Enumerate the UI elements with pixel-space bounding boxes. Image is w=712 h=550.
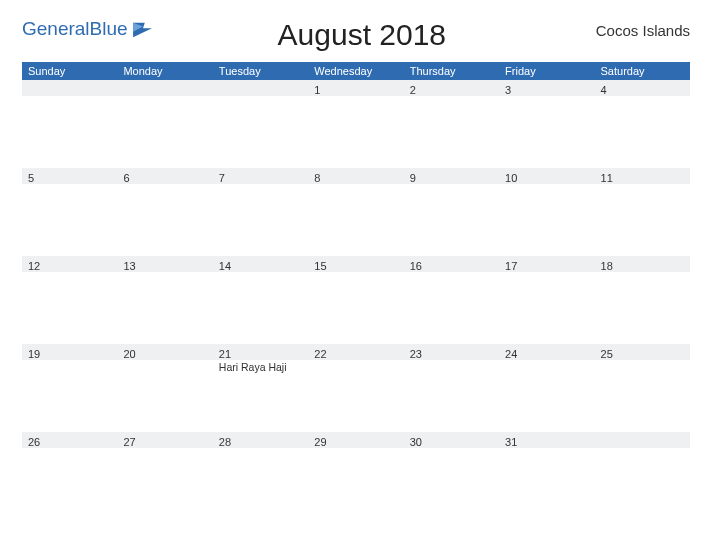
date-number: 29 <box>314 435 397 448</box>
day-cell: 21Hari Raya Haji <box>213 344 308 432</box>
day-cell <box>117 80 212 168</box>
day-cell: 9 <box>404 168 499 256</box>
region-label: Cocos Islands <box>570 18 690 39</box>
day-cell: 22 <box>308 344 403 432</box>
date-number: 10 <box>505 171 588 184</box>
header: GeneralBlue August 2018 Cocos Islands <box>22 18 690 52</box>
day-cell: 20 <box>117 344 212 432</box>
day-cell: 16 <box>404 256 499 344</box>
date-number: 26 <box>28 435 111 448</box>
date-number: 7 <box>219 171 302 184</box>
date-number: 11 <box>601 171 684 184</box>
day-cell: 28 <box>213 432 308 520</box>
date-number: 12 <box>28 259 111 272</box>
date-number: 28 <box>219 435 302 448</box>
day-cell <box>213 80 308 168</box>
dow-saturday: Saturday <box>595 62 690 80</box>
day-cell: 24 <box>499 344 594 432</box>
flag-icon <box>132 21 154 39</box>
day-cell: 15 <box>308 256 403 344</box>
day-cell: 14 <box>213 256 308 344</box>
date-number: 30 <box>410 435 493 448</box>
day-cell: 7 <box>213 168 308 256</box>
day-cell: 3 <box>499 80 594 168</box>
day-cell: 8 <box>308 168 403 256</box>
week-row: 1 2 3 4 <box>22 80 690 168</box>
day-cell: 1 <box>308 80 403 168</box>
date-number: 19 <box>28 347 111 360</box>
dow-friday: Friday <box>499 62 594 80</box>
date-number: 6 <box>123 171 206 184</box>
date-number: 1 <box>314 83 397 96</box>
day-cell: 6 <box>117 168 212 256</box>
calendar-grid: Sunday Monday Tuesday Wednesday Thursday… <box>22 62 690 520</box>
date-number <box>219 83 302 84</box>
day-cell: 17 <box>499 256 594 344</box>
day-cell: 12 <box>22 256 117 344</box>
dow-thursday: Thursday <box>404 62 499 80</box>
week-row: 19 20 21Hari Raya Haji 22 23 24 25 <box>22 344 690 432</box>
date-number: 21 <box>219 347 302 360</box>
brand-text: GeneralBlue <box>22 18 128 40</box>
date-number: 15 <box>314 259 397 272</box>
date-number: 8 <box>314 171 397 184</box>
day-cell: 26 <box>22 432 117 520</box>
day-cell: 30 <box>404 432 499 520</box>
dow-monday: Monday <box>117 62 212 80</box>
brand-logo: GeneralBlue <box>22 18 154 40</box>
day-cell: 31 <box>499 432 594 520</box>
date-number: 9 <box>410 171 493 184</box>
event-label: Hari Raya Haji <box>219 361 302 373</box>
brand-word-blue: Blue <box>90 18 128 39</box>
date-number: 27 <box>123 435 206 448</box>
date-number: 24 <box>505 347 588 360</box>
day-cell <box>595 432 690 520</box>
day-cell: 5 <box>22 168 117 256</box>
date-number: 22 <box>314 347 397 360</box>
week-row: 26 27 28 29 30 31 <box>22 432 690 520</box>
day-cell: 13 <box>117 256 212 344</box>
date-number: 16 <box>410 259 493 272</box>
day-cell: 19 <box>22 344 117 432</box>
day-cell: 4 <box>595 80 690 168</box>
date-number: 23 <box>410 347 493 360</box>
day-cell: 25 <box>595 344 690 432</box>
date-number: 2 <box>410 83 493 96</box>
day-cell: 11 <box>595 168 690 256</box>
date-number: 3 <box>505 83 588 96</box>
week-row: 12 13 14 15 16 17 18 <box>22 256 690 344</box>
date-number: 18 <box>601 259 684 272</box>
date-number: 17 <box>505 259 588 272</box>
day-cell: 2 <box>404 80 499 168</box>
date-number: 25 <box>601 347 684 360</box>
day-cell: 29 <box>308 432 403 520</box>
calendar-title: August 2018 <box>154 18 570 52</box>
date-number: 13 <box>123 259 206 272</box>
week-row: 5 6 7 8 9 10 11 <box>22 168 690 256</box>
date-number <box>601 435 684 436</box>
date-number: 5 <box>28 171 111 184</box>
date-number: 31 <box>505 435 588 448</box>
dow-header-row: Sunday Monday Tuesday Wednesday Thursday… <box>22 62 690 80</box>
date-number <box>123 83 206 84</box>
date-number: 14 <box>219 259 302 272</box>
date-number: 4 <box>601 83 684 96</box>
dow-tuesday: Tuesday <box>213 62 308 80</box>
dow-sunday: Sunday <box>22 62 117 80</box>
day-cell <box>22 80 117 168</box>
dow-wednesday: Wednesday <box>308 62 403 80</box>
day-cell: 18 <box>595 256 690 344</box>
day-cell: 23 <box>404 344 499 432</box>
brand-word-general: General <box>22 18 90 39</box>
day-cell: 10 <box>499 168 594 256</box>
day-cell: 27 <box>117 432 212 520</box>
date-number <box>28 83 111 84</box>
date-number: 20 <box>123 347 206 360</box>
